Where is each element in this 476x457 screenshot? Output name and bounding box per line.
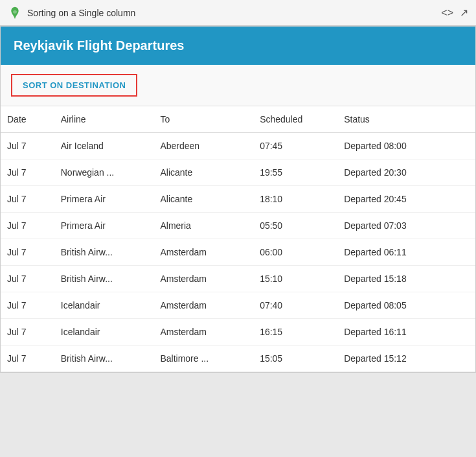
title-bar-left: Sorting on a Single column	[8, 6, 135, 20]
cell-date: Jul 7	[1, 239, 54, 266]
cell-scheduled: 15:10	[253, 266, 337, 292]
table-body: Jul 7Air IcelandAberdeen07:45Departed 08…	[1, 133, 475, 372]
table-header: Date Airline To Scheduled Status	[1, 106, 475, 133]
cell-status: Departed 07:03	[337, 213, 475, 239]
window-title: Sorting on a Single column	[27, 8, 135, 18]
cell-airline: British Airw...	[54, 266, 154, 292]
cell-to: Amsterdam	[153, 266, 253, 292]
table-row: Jul 7Norwegian ...Alicante19:55Departed …	[1, 159, 475, 186]
cell-airline: Air Iceland	[54, 133, 154, 159]
cell-status: Departed 15:12	[337, 346, 475, 372]
main-container: Reykjavik Flight Departures SORT ON DEST…	[0, 26, 476, 373]
code-icon[interactable]: <>	[441, 7, 453, 19]
col-header-scheduled: Scheduled	[253, 106, 337, 133]
cell-to: Alicante	[153, 186, 253, 213]
col-header-airline: Airline	[54, 106, 154, 133]
cell-to: Amsterdam	[153, 319, 253, 346]
cell-date: Jul 7	[1, 133, 54, 159]
cell-to: Amsterdam	[153, 292, 253, 319]
cell-to: Baltimore ...	[153, 346, 253, 372]
cell-date: Jul 7	[1, 159, 54, 186]
cell-airline: Norwegian ...	[54, 159, 154, 186]
title-bar-actions: <> ↗	[441, 6, 468, 19]
cell-airline: British Airw...	[54, 239, 154, 266]
cell-status: Departed 15:18	[337, 266, 475, 292]
cell-status: Departed 08:00	[337, 133, 475, 159]
table-row: Jul 7Air IcelandAberdeen07:45Departed 08…	[1, 133, 475, 159]
cell-scheduled: 18:10	[253, 186, 337, 213]
cell-date: Jul 7	[1, 319, 54, 346]
cell-scheduled: 15:05	[253, 346, 337, 372]
cell-airline: Primera Air	[54, 186, 154, 213]
cell-to: Almeria	[153, 213, 253, 239]
sort-button-area: SORT ON DESTINATION	[1, 65, 475, 106]
col-header-date: Date	[1, 106, 54, 133]
flight-table: Date Airline To Scheduled Status Jul 7Ai…	[1, 106, 475, 372]
cell-status: Departed 08:05	[337, 292, 475, 319]
cell-airline: Primera Air	[54, 213, 154, 239]
cell-scheduled: 07:40	[253, 292, 337, 319]
table-row: Jul 7Primera AirAlicante18:10Departed 20…	[1, 186, 475, 213]
flight-table-wrapper[interactable]: Date Airline To Scheduled Status Jul 7Ai…	[1, 106, 475, 372]
cell-status: Departed 16:11	[337, 319, 475, 346]
cell-scheduled: 06:00	[253, 239, 337, 266]
cell-scheduled: 16:15	[253, 319, 337, 346]
app-logo-icon	[8, 6, 22, 20]
cell-date: Jul 7	[1, 213, 54, 239]
cell-scheduled: 19:55	[253, 159, 337, 186]
table-row: Jul 7British Airw...Amsterdam06:00Depart…	[1, 239, 475, 266]
cell-scheduled: 07:45	[253, 133, 337, 159]
col-header-status: Status	[337, 106, 475, 133]
cell-to: Amsterdam	[153, 239, 253, 266]
table-row: Jul 7British Airw...Amsterdam15:10Depart…	[1, 266, 475, 292]
table-row: Jul 7British Airw...Baltimore ...15:05De…	[1, 346, 475, 372]
cell-date: Jul 7	[1, 292, 54, 319]
table-row: Jul 7Primera AirAlmeria05:50Departed 07:…	[1, 213, 475, 239]
header-bar: Reykjavik Flight Departures	[1, 27, 475, 65]
sort-destination-button[interactable]: SORT ON DESTINATION	[11, 74, 137, 97]
title-bar: Sorting on a Single column <> ↗	[0, 0, 476, 26]
cell-airline: British Airw...	[54, 346, 154, 372]
cell-date: Jul 7	[1, 346, 54, 372]
cell-status: Departed 20:30	[337, 159, 475, 186]
col-header-to: To	[153, 106, 253, 133]
table-row: Jul 7IcelandairAmsterdam07:40Departed 08…	[1, 292, 475, 319]
cell-date: Jul 7	[1, 186, 54, 213]
cell-status: Departed 06:11	[337, 239, 475, 266]
cell-airline: Icelandair	[54, 292, 154, 319]
cell-scheduled: 05:50	[253, 213, 337, 239]
cell-airline: Icelandair	[54, 319, 154, 346]
table-row: Jul 7IcelandairAmsterdam16:15Departed 16…	[1, 319, 475, 346]
cell-to: Aberdeen	[153, 133, 253, 159]
cell-date: Jul 7	[1, 266, 54, 292]
cell-status: Departed 20:45	[337, 186, 475, 213]
cell-to: Alicante	[153, 159, 253, 186]
external-link-icon[interactable]: ↗	[460, 6, 468, 19]
page-title: Reykjavik Flight Departures	[14, 38, 462, 53]
